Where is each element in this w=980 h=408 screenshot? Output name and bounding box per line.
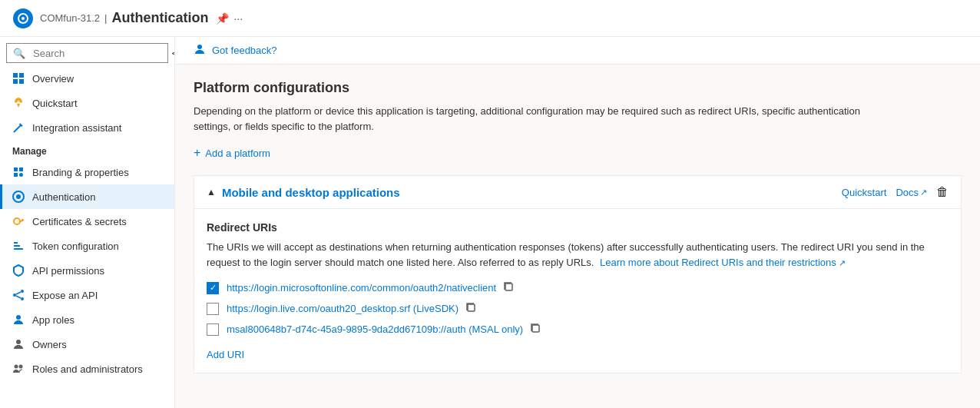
sidebar-item-quickstart[interactable]: Quickstart [0,91,174,115]
feedback-bar: Got feedback? [175,37,980,65]
svg-point-28 [15,365,18,369]
uri-checkbox-2[interactable] [207,303,219,315]
sidebar-item-roles-admins[interactable]: Roles and administrators [0,357,174,381]
svg-point-27 [16,340,21,344]
svg-rect-11 [14,173,18,177]
pin-icon[interactable]: 📌 [216,12,229,25]
shield-icon [12,264,25,277]
sidebar-item-app-roles[interactable]: App roles [0,307,174,332]
svg-point-12 [19,173,23,177]
docs-link[interactable]: Docs ↗ [896,187,927,198]
top-bar: COMfun-31.2 | Authentication 📌 ··· [0,0,980,37]
add-uri-button[interactable]: Add URI [207,349,244,360]
svg-point-26 [16,315,21,320]
add-platform-button[interactable]: + Add a platform [194,146,270,160]
svg-rect-32 [468,304,475,311]
redirect-learn-more-link[interactable]: Learn more about Redirect URIs and their… [600,257,836,268]
svg-rect-4 [19,73,24,78]
uri-link-1[interactable]: https://login.microsoftonline.com/common… [227,282,496,294]
sidebar-item-app-roles-label: App roles [32,314,74,326]
svg-rect-20 [14,248,23,250]
svg-rect-18 [14,242,18,244]
svg-point-22 [13,294,16,297]
layout: 🔍 ≪ Overview Quickstart Integration assi… [0,37,980,408]
svg-rect-9 [14,168,18,171]
sidebar-item-authentication[interactable]: Authentication [0,184,174,209]
svg-rect-10 [19,168,23,171]
svg-rect-6 [19,79,24,84]
platform-card-title: Mobile and desktop applications [222,186,842,199]
delete-platform-icon[interactable]: 🗑 [936,185,949,199]
uri-copy-icon-2[interactable] [465,301,477,316]
svg-point-21 [21,290,24,293]
grid-icon [12,72,25,85]
main-content: Got feedback? Platform configurations De… [175,37,980,408]
wand-icon [12,121,25,134]
auth-icon [12,191,25,203]
svg-line-25 [16,296,21,298]
sidebar-item-certificates-label: Certificates & secrets [32,216,127,227]
palette-icon [12,166,25,178]
sidebar-item-expose-api[interactable]: Expose an API [0,283,174,307]
sidebar-item-overview[interactable]: Overview [0,66,174,91]
uri-checkbox-1[interactable] [207,282,219,294]
bars-icon [12,240,25,252]
sidebar-item-api-permissions[interactable]: API permissions [0,258,174,283]
sidebar-item-expose-api-label: Expose an API [32,290,98,301]
svg-rect-5 [13,79,18,84]
separator: | [104,12,107,24]
svg-rect-33 [532,325,539,332]
platform-card-header: ▲ Mobile and desktop applications Quicks… [194,176,961,209]
sidebar: 🔍 ≪ Overview Quickstart Integration assi… [0,37,175,408]
uri-checkbox-3[interactable] [207,323,219,336]
sidebar-item-authentication-label: Authentication [32,191,95,203]
sidebar-item-owners[interactable]: Owners [0,332,174,357]
sidebar-item-integration-label: Integration assistant [32,122,121,134]
platform-card: ▲ Mobile and desktop applications Quicks… [194,175,962,373]
external-link-icon: ↗ [920,187,927,197]
uri-link-3[interactable]: msal800648b7-d74c-45a9-9895-9da2dd67109b… [227,323,523,335]
sidebar-item-branding[interactable]: Branding & properties [0,160,174,184]
feedback-person-icon [194,43,206,58]
svg-rect-19 [14,245,20,247]
more-icon[interactable]: ··· [233,12,243,25]
uri-copy-icon-1[interactable] [502,280,515,295]
uri-row-3: msal800648b7-d74c-45a9-9895-9da2dd67109b… [207,322,949,337]
plus-icon: + [194,146,200,160]
external-link-small-icon: ↗ [839,258,846,267]
redirect-desc: The URIs we will accept as destinations … [207,240,936,270]
collapse-chevron-icon[interactable]: ▲ [207,187,216,197]
uri-link-2[interactable]: https://login.live.com/oauth20_desktop.s… [227,303,459,314]
key-icon [12,215,25,227]
app-logo [12,8,34,29]
svg-line-24 [16,292,21,294]
share-icon [12,289,25,301]
uri-row-1: https://login.microsoftonline.com/common… [207,280,949,295]
sidebar-item-overview-label: Overview [32,73,74,85]
manage-section-label: Manage [0,140,174,160]
sidebar-item-api-permissions-label: API permissions [32,265,104,277]
feedback-button[interactable]: Got feedback? [212,45,277,56]
platform-card-body: Redirect URIs The URIs we will accept as… [194,209,961,373]
svg-point-2 [22,17,25,20]
quickstart-link[interactable]: Quickstart [842,187,887,198]
svg-point-14 [16,194,21,199]
redirect-uris-title: Redirect URIs [207,221,949,234]
svg-point-29 [19,365,23,369]
sidebar-item-token-label: Token configuration [32,240,119,252]
sidebar-item-quickstart-label: Quickstart [32,98,78,109]
search-input[interactable] [33,45,165,62]
platform-config-title: Platform configurations [194,80,962,96]
docs-label: Docs [896,187,919,198]
search-icon: 🔍 [7,45,28,62]
platform-card-actions: Quickstart Docs ↗ 🗑 [842,185,949,199]
sidebar-item-certificates[interactable]: Certificates & secrets [0,209,174,234]
sidebar-item-roles-admins-label: Roles and administrators [32,363,143,375]
sidebar-item-token-config[interactable]: Token configuration [0,234,174,258]
sidebar-item-integration[interactable]: Integration assistant [0,115,174,140]
content-area: Platform configurations Depending on the… [175,65,980,408]
uri-copy-icon-3[interactable] [529,322,541,337]
uri-row-2: https://login.live.com/oauth20_desktop.s… [207,301,949,316]
people-icon [12,363,25,375]
collapse-icon[interactable]: ≪ [165,44,175,62]
